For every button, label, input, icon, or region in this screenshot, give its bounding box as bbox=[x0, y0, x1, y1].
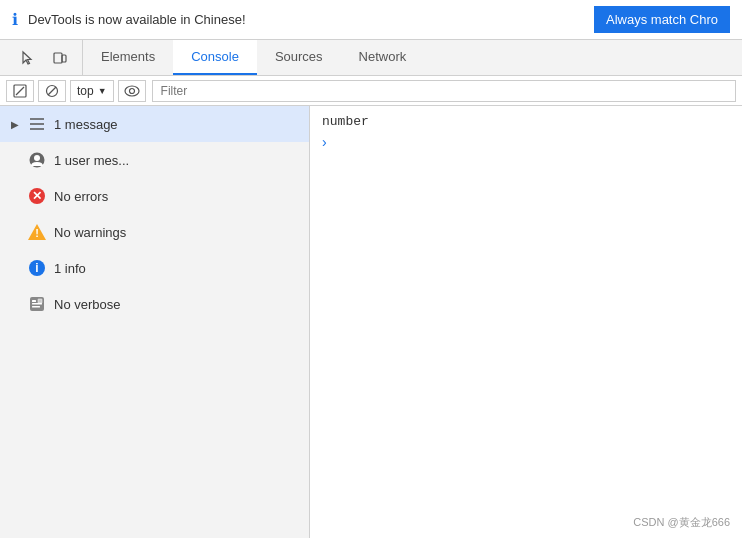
svg-text:!: ! bbox=[35, 227, 39, 239]
sidebar-item-warnings[interactable]: ! No warnings bbox=[0, 214, 309, 250]
verbose-icon bbox=[28, 295, 46, 313]
svg-point-7 bbox=[129, 88, 134, 93]
svg-point-6 bbox=[125, 86, 139, 96]
svg-text:✕: ✕ bbox=[32, 189, 42, 203]
sidebar-item-verbose-label: No verbose bbox=[54, 297, 120, 312]
sidebar: 1 message 1 user mes... ✕ bbox=[0, 106, 310, 538]
svg-line-5 bbox=[48, 87, 56, 95]
tab-bar: Elements Console Sources Network bbox=[0, 40, 742, 76]
console-toolbar: top ▼ bbox=[0, 76, 742, 106]
info-icon: ℹ bbox=[12, 10, 18, 29]
warning-icon: ! bbox=[28, 223, 46, 241]
notification-text: DevTools is now available in Chinese! bbox=[28, 12, 584, 27]
sidebar-item-errors-label: No errors bbox=[54, 189, 108, 204]
console-output-value: number bbox=[322, 114, 369, 129]
svg-rect-20 bbox=[32, 300, 36, 302]
error-icon: ✕ bbox=[28, 187, 46, 205]
tab-console[interactable]: Console bbox=[173, 40, 257, 75]
sidebar-item-user-messages-label: 1 user mes... bbox=[54, 153, 129, 168]
clear-console-button[interactable] bbox=[6, 80, 34, 102]
tabs: Elements Console Sources Network bbox=[83, 40, 742, 75]
device-toggle-icon[interactable] bbox=[48, 46, 72, 70]
devtools-icons bbox=[6, 40, 83, 75]
tab-network[interactable]: Network bbox=[341, 40, 425, 75]
svg-rect-22 bbox=[32, 306, 40, 308]
sidebar-item-messages[interactable]: 1 message bbox=[0, 106, 309, 142]
svg-rect-1 bbox=[62, 55, 66, 62]
sidebar-item-warnings-label: No warnings bbox=[54, 225, 126, 240]
main-content: 1 message 1 user mes... ✕ bbox=[0, 106, 742, 538]
svg-line-3 bbox=[16, 87, 24, 95]
eye-icon-button[interactable] bbox=[118, 80, 146, 102]
info-icon: i bbox=[28, 259, 46, 277]
sidebar-item-info[interactable]: i 1 info bbox=[0, 250, 309, 286]
expand-arrow-icon bbox=[10, 119, 20, 129]
cursor-icon[interactable] bbox=[16, 46, 40, 70]
svg-rect-0 bbox=[54, 53, 62, 63]
filter-input[interactable] bbox=[152, 80, 736, 102]
svg-rect-23 bbox=[38, 299, 42, 303]
match-chrome-button[interactable]: Always match Chro bbox=[594, 6, 730, 33]
chevron-down-icon: ▼ bbox=[98, 86, 107, 96]
tab-sources[interactable]: Sources bbox=[257, 40, 341, 75]
block-icon[interactable] bbox=[38, 80, 66, 102]
sidebar-item-errors[interactable]: ✕ No errors bbox=[0, 178, 309, 214]
expand-arrow-user-icon bbox=[10, 155, 20, 165]
tab-elements[interactable]: Elements bbox=[83, 40, 173, 75]
svg-point-12 bbox=[34, 155, 40, 161]
notification-bar: ℹ DevTools is now available in Chinese! … bbox=[0, 0, 742, 40]
sidebar-item-user-messages[interactable]: 1 user mes... bbox=[0, 142, 309, 178]
user-icon bbox=[28, 151, 46, 169]
sidebar-item-verbose[interactable]: No verbose bbox=[0, 286, 309, 322]
console-output-area: number › CSDN @黄金龙666 bbox=[310, 106, 742, 538]
context-selector[interactable]: top ▼ bbox=[70, 80, 114, 102]
sidebar-item-messages-label: 1 message bbox=[54, 117, 118, 132]
watermark: CSDN @黄金龙666 bbox=[633, 515, 730, 530]
expand-arrow-info-icon bbox=[10, 263, 20, 273]
console-prompt[interactable]: › bbox=[322, 133, 730, 153]
sidebar-item-info-label: 1 info bbox=[54, 261, 86, 276]
console-output-text: number bbox=[322, 114, 730, 129]
list-icon bbox=[28, 115, 46, 133]
prompt-arrow-icon: › bbox=[322, 133, 327, 153]
svg-text:i: i bbox=[35, 261, 38, 275]
